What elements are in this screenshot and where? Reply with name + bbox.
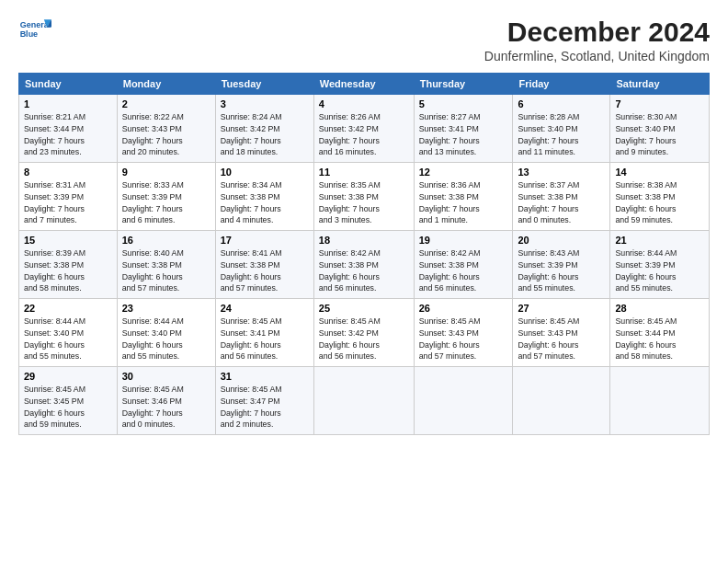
page: General Blue December 2024 Dunfermline, … [0, 0, 728, 444]
header-friday: Friday [513, 74, 610, 95]
header-saturday: Saturday [610, 74, 710, 95]
day-number: 18 [319, 235, 409, 246]
logo-icon: General Blue [18, 17, 51, 42]
logo: General Blue [18, 17, 51, 42]
calendar-week-1: 1Sunrise: 8:21 AMSunset: 3:44 PMDaylight… [19, 95, 710, 163]
calendar-cell: 20Sunrise: 8:43 AMSunset: 3:39 PMDayligh… [513, 231, 610, 299]
day-number: 22 [24, 303, 112, 314]
day-info: Sunrise: 8:45 AMSunset: 3:42 PMDaylight:… [319, 316, 409, 362]
day-number: 3 [221, 98, 309, 109]
day-info: Sunrise: 8:45 AMSunset: 3:47 PMDaylight:… [221, 384, 309, 431]
day-info: Sunrise: 8:44 AMSunset: 3:39 PMDaylight:… [615, 247, 704, 294]
calendar-cell: 8Sunrise: 8:31 AMSunset: 3:39 PMDaylight… [19, 163, 118, 231]
day-info: Sunrise: 8:41 AMSunset: 3:38 PMDaylight:… [221, 247, 309, 294]
calendar-cell: 14Sunrise: 8:38 AMSunset: 3:38 PMDayligh… [610, 163, 710, 231]
day-number: 10 [221, 167, 309, 178]
calendar-cell: 22Sunrise: 8:44 AMSunset: 3:40 PMDayligh… [19, 299, 118, 367]
calendar-cell: 21Sunrise: 8:44 AMSunset: 3:39 PMDayligh… [610, 231, 710, 299]
header: General Blue December 2024 Dunfermline, … [18, 17, 710, 63]
day-info: Sunrise: 8:40 AMSunset: 3:38 PMDaylight:… [122, 247, 210, 294]
header-tuesday: Tuesday [215, 74, 313, 95]
day-info: Sunrise: 8:27 AMSunset: 3:41 PMDaylight:… [419, 111, 508, 158]
day-number: 23 [122, 303, 210, 314]
calendar-cell: 15Sunrise: 8:39 AMSunset: 3:38 PMDayligh… [19, 231, 118, 299]
day-number: 19 [419, 235, 508, 246]
day-info: Sunrise: 8:26 AMSunset: 3:42 PMDaylight:… [319, 111, 409, 158]
calendar-cell: 4Sunrise: 8:26 AMSunset: 3:42 PMDaylight… [313, 95, 414, 163]
day-info: Sunrise: 8:33 AMSunset: 3:39 PMDaylight:… [122, 179, 210, 226]
calendar-cell: 10Sunrise: 8:34 AMSunset: 3:38 PMDayligh… [215, 163, 313, 231]
calendar-cell: 16Sunrise: 8:40 AMSunset: 3:38 PMDayligh… [117, 231, 215, 299]
day-info: Sunrise: 8:44 AMSunset: 3:40 PMDaylight:… [24, 316, 112, 362]
day-number: 28 [615, 303, 704, 314]
day-info: Sunrise: 8:45 AMSunset: 3:43 PMDaylight:… [518, 316, 605, 362]
day-info: Sunrise: 8:36 AMSunset: 3:38 PMDaylight:… [419, 179, 508, 226]
calendar-cell [610, 367, 710, 435]
day-number: 30 [122, 371, 210, 382]
day-info: Sunrise: 8:38 AMSunset: 3:38 PMDaylight:… [615, 179, 704, 226]
day-number: 29 [24, 371, 112, 382]
day-info: Sunrise: 8:21 AMSunset: 3:44 PMDaylight:… [24, 111, 112, 158]
calendar-cell: 5Sunrise: 8:27 AMSunset: 3:41 PMDaylight… [414, 95, 513, 163]
calendar-table: Sunday Monday Tuesday Wednesday Thursday… [18, 73, 710, 435]
day-number: 24 [221, 303, 309, 314]
day-number: 11 [319, 167, 409, 178]
calendar-cell: 18Sunrise: 8:42 AMSunset: 3:38 PMDayligh… [313, 231, 414, 299]
calendar-cell: 1Sunrise: 8:21 AMSunset: 3:44 PMDaylight… [19, 95, 118, 163]
day-number: 14 [615, 167, 704, 178]
day-info: Sunrise: 8:39 AMSunset: 3:38 PMDaylight:… [24, 247, 112, 294]
calendar-cell: 25Sunrise: 8:45 AMSunset: 3:42 PMDayligh… [313, 299, 414, 367]
day-info: Sunrise: 8:45 AMSunset: 3:46 PMDaylight:… [122, 384, 210, 431]
calendar-cell: 12Sunrise: 8:36 AMSunset: 3:38 PMDayligh… [414, 163, 513, 231]
calendar-cell: 2Sunrise: 8:22 AMSunset: 3:43 PMDaylight… [117, 95, 215, 163]
calendar-cell: 7Sunrise: 8:30 AMSunset: 3:40 PMDaylight… [610, 95, 710, 163]
subtitle: Dunfermline, Scotland, United Kingdom [484, 49, 710, 63]
day-info: Sunrise: 8:44 AMSunset: 3:40 PMDaylight:… [122, 316, 210, 362]
header-sunday: Sunday [19, 74, 118, 95]
day-info: Sunrise: 8:45 AMSunset: 3:41 PMDaylight:… [221, 316, 309, 362]
calendar-week-2: 8Sunrise: 8:31 AMSunset: 3:39 PMDaylight… [19, 163, 710, 231]
calendar-cell: 19Sunrise: 8:42 AMSunset: 3:38 PMDayligh… [414, 231, 513, 299]
day-info: Sunrise: 8:42 AMSunset: 3:38 PMDaylight:… [419, 247, 508, 294]
calendar-week-3: 15Sunrise: 8:39 AMSunset: 3:38 PMDayligh… [19, 231, 710, 299]
calendar-cell: 3Sunrise: 8:24 AMSunset: 3:42 PMDaylight… [215, 95, 313, 163]
day-info: Sunrise: 8:42 AMSunset: 3:38 PMDaylight:… [319, 247, 409, 294]
day-number: 21 [615, 235, 704, 246]
day-number: 20 [518, 235, 605, 246]
calendar-cell: 27Sunrise: 8:45 AMSunset: 3:43 PMDayligh… [513, 299, 610, 367]
day-number: 15 [24, 235, 112, 246]
calendar-cell: 23Sunrise: 8:44 AMSunset: 3:40 PMDayligh… [117, 299, 215, 367]
calendar-cell [414, 367, 513, 435]
calendar-cell: 13Sunrise: 8:37 AMSunset: 3:38 PMDayligh… [513, 163, 610, 231]
day-number: 2 [122, 98, 210, 109]
calendar-cell: 31Sunrise: 8:45 AMSunset: 3:47 PMDayligh… [215, 367, 313, 435]
calendar-cell: 6Sunrise: 8:28 AMSunset: 3:40 PMDaylight… [513, 95, 610, 163]
day-info: Sunrise: 8:45 AMSunset: 3:44 PMDaylight:… [615, 316, 704, 362]
header-row: Sunday Monday Tuesday Wednesday Thursday… [19, 74, 710, 95]
calendar-cell: 30Sunrise: 8:45 AMSunset: 3:46 PMDayligh… [117, 367, 215, 435]
day-info: Sunrise: 8:30 AMSunset: 3:40 PMDaylight:… [615, 111, 704, 158]
day-number: 31 [221, 371, 309, 382]
day-number: 26 [419, 303, 508, 314]
day-number: 17 [221, 235, 309, 246]
day-number: 7 [615, 98, 704, 109]
day-number: 13 [518, 167, 605, 178]
day-number: 12 [419, 167, 508, 178]
calendar-cell: 17Sunrise: 8:41 AMSunset: 3:38 PMDayligh… [215, 231, 313, 299]
calendar-cell: 28Sunrise: 8:45 AMSunset: 3:44 PMDayligh… [610, 299, 710, 367]
title-area: December 2024 Dunfermline, Scotland, Uni… [484, 17, 710, 63]
day-info: Sunrise: 8:31 AMSunset: 3:39 PMDaylight:… [24, 179, 112, 226]
day-info: Sunrise: 8:28 AMSunset: 3:40 PMDaylight:… [518, 111, 605, 158]
day-info: Sunrise: 8:37 AMSunset: 3:38 PMDaylight:… [518, 179, 605, 226]
day-number: 9 [122, 167, 210, 178]
day-info: Sunrise: 8:24 AMSunset: 3:42 PMDaylight:… [221, 111, 309, 158]
day-number: 4 [319, 98, 409, 109]
calendar-cell: 24Sunrise: 8:45 AMSunset: 3:41 PMDayligh… [215, 299, 313, 367]
header-wednesday: Wednesday [313, 74, 414, 95]
calendar-cell [313, 367, 414, 435]
day-number: 5 [419, 98, 508, 109]
calendar-cell: 9Sunrise: 8:33 AMSunset: 3:39 PMDaylight… [117, 163, 215, 231]
day-number: 16 [122, 235, 210, 246]
calendar-cell [513, 367, 610, 435]
calendar-week-5: 29Sunrise: 8:45 AMSunset: 3:45 PMDayligh… [19, 367, 710, 435]
